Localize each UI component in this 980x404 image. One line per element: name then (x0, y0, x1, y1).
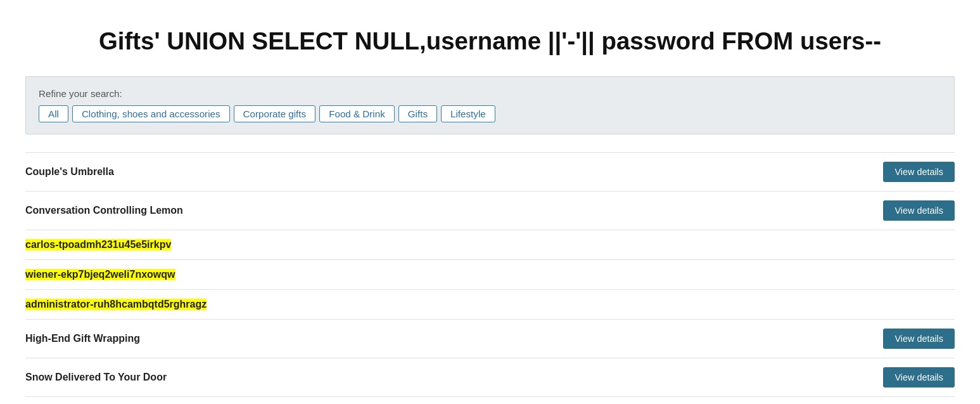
page-title: Gifts' UNION SELECT NULL,username ||'-'|… (25, 25, 955, 57)
view-details-button-snow-door[interactable]: View details (883, 367, 955, 388)
filter-tags: AllClothing, shoes and accessoriesCorpor… (39, 105, 941, 122)
filter-tag-gifts[interactable]: Gifts (398, 105, 437, 122)
product-name-gift-wrapping: High-End Gift Wrapping (25, 333, 140, 344)
filter-tag-all[interactable]: All (39, 105, 68, 122)
product-name-couples-umbrella: Couple's Umbrella (25, 166, 114, 178)
filter-tag-lifestyle[interactable]: Lifestyle (441, 105, 495, 122)
product-name-wiener: wiener-ekp7bjeq2weli7nxowqw (25, 269, 175, 280)
view-details-button-conversation-lemon[interactable]: View details (883, 200, 955, 221)
product-name-administrator: administrator-ruh8hcambqtd5rghragz (25, 299, 207, 310)
product-row: Snow Delivered To Your DoorView details (25, 358, 955, 397)
view-details-button-couples-umbrella[interactable]: View details (883, 162, 955, 182)
product-row: Conversation Controlling LemonView detai… (25, 192, 955, 230)
filter-tag-food[interactable]: Food & Drink (319, 105, 395, 122)
view-details-button-gift-wrapping[interactable]: View details (883, 329, 955, 349)
filter-tag-corporate[interactable]: Corporate gifts (234, 105, 316, 122)
product-list: Couple's UmbrellaView detailsConversatio… (25, 152, 955, 397)
product-row: carlos-tpoadmh231u45e5irkpv (25, 230, 955, 260)
product-name-conversation-lemon: Conversation Controlling Lemon (25, 205, 183, 216)
product-row: Couple's UmbrellaView details (25, 152, 955, 192)
filter-tag-clothing[interactable]: Clothing, shoes and accessories (72, 105, 230, 122)
refine-label: Refine your search: (39, 88, 941, 99)
refine-search-box: Refine your search: AllClothing, shoes a… (25, 76, 955, 134)
product-row: wiener-ekp7bjeq2weli7nxowqw (25, 260, 955, 290)
product-name-snow-door: Snow Delivered To Your Door (25, 372, 167, 383)
product-row: administrator-ruh8hcambqtd5rghragz (25, 290, 955, 320)
product-name-carlos: carlos-tpoadmh231u45e5irkpv (25, 239, 171, 251)
product-row: High-End Gift WrappingView details (25, 320, 955, 358)
